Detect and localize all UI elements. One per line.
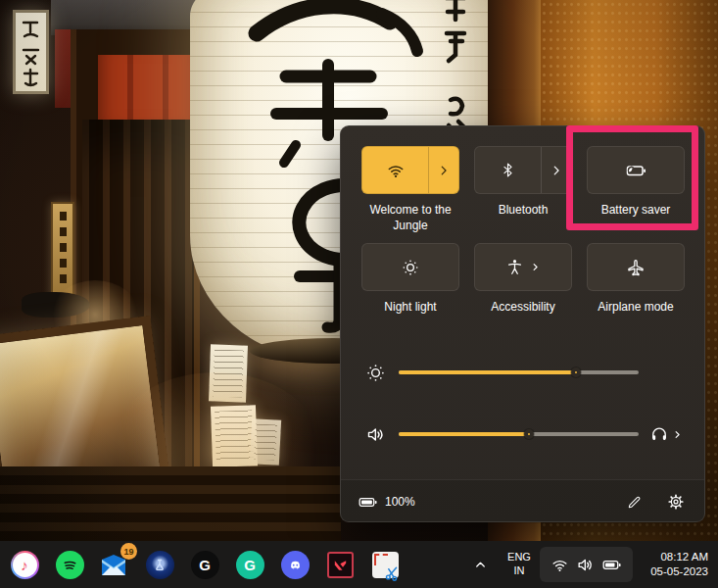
clock-date: 05-05-2023: [650, 564, 708, 579]
valorant-icon: [332, 557, 349, 573]
chevron-right-icon: [672, 429, 683, 440]
language-line2: IN: [514, 564, 525, 578]
mail-unread-badge: 19: [120, 543, 137, 560]
taskbar-app-grammarly[interactable]: G: [235, 550, 264, 579]
audio-output-button[interactable]: [649, 424, 687, 444]
taskbar-app-discord[interactable]: [280, 550, 310, 579]
airplane-mode-tile-label: Airplane mode: [598, 300, 673, 316]
brightness-icon: [365, 363, 386, 383]
chevron-right-icon: [530, 262, 541, 272]
wifi-toggle-button[interactable]: [361, 146, 459, 194]
volume-slider[interactable]: [399, 432, 639, 436]
brightness-slider-thumb[interactable]: [571, 368, 581, 377]
spotify-icon: [61, 556, 79, 574]
scissors-icon: [381, 561, 403, 582]
taskbar-app-mail[interactable]: 19: [100, 550, 129, 579]
language-line1: ENG: [507, 551, 531, 564]
grammarly-icon: G: [236, 551, 264, 579]
volume-slider-thumb[interactable]: [524, 429, 534, 439]
volume-icon: [365, 424, 386, 445]
wifi-tile: Welcome to the Jungle: [361, 146, 459, 243]
brightness-slider-row: [365, 353, 687, 392]
chevron-right-icon: [437, 164, 451, 177]
bluetooth-toggle-button[interactable]: [474, 146, 572, 194]
airplane-mode-tile: Airplane mode: [587, 243, 685, 340]
chevron-right-icon: [550, 164, 563, 177]
taskbar-app-logitech-g[interactable]: G: [190, 550, 219, 579]
battery-icon: [358, 492, 378, 513]
bluetooth-tile: Bluetooth: [474, 146, 572, 243]
wifi-expand-chevron[interactable]: [428, 147, 458, 193]
taskbar: ♪ 19: [0, 541, 718, 588]
taskbar-app-blue[interactable]: [145, 550, 174, 579]
chevron-up-icon: [473, 558, 488, 572]
edit-quick-settings-button[interactable]: [626, 494, 643, 511]
clock-time: 08:12 AM: [660, 550, 708, 564]
quick-settings-footer: 100%: [341, 479, 704, 523]
accessibility-tile-label: Accessibility: [491, 300, 554, 316]
highlight-annotation-box: [566, 125, 698, 230]
pencil-icon: [626, 494, 643, 511]
music-note-icon: ♪: [13, 553, 37, 577]
battery-percent-label: 100%: [385, 495, 415, 509]
bluetooth-tile-label: Bluetooth: [499, 203, 549, 219]
night-light-toggle-button[interactable]: [361, 243, 459, 291]
accessibility-icon: [505, 258, 524, 276]
taskbar-app-spotify[interactable]: [55, 550, 84, 579]
wifi-tile-label: Welcome to the Jungle: [361, 203, 459, 234]
accessibility-toggle-button[interactable]: [474, 243, 572, 291]
language-switcher[interactable]: ENG IN: [498, 541, 541, 588]
system-tray-button[interactable]: [540, 547, 633, 582]
wifi-icon: [550, 556, 569, 574]
headphones-icon: [649, 424, 669, 444]
brightness-slider[interactable]: [399, 370, 639, 374]
battery-icon: [601, 555, 622, 575]
wifi-icon: [386, 161, 406, 180]
taskbar-app-apple-music[interactable]: ♪: [10, 550, 39, 579]
night-light-icon: [401, 258, 420, 277]
clock-widget[interactable]: 08:12 AM 05-05-2023: [650, 541, 708, 588]
blue-app-icon: [155, 559, 165, 570]
night-light-tile: Night light: [361, 243, 459, 340]
volume-icon: [576, 556, 595, 574]
settings-button[interactable]: [667, 493, 685, 511]
volume-slider-row: [365, 415, 687, 454]
bluetooth-icon: [500, 162, 516, 178]
desktop-screen: Welcome to the Jungle Bluetooth: [0, 0, 718, 588]
accessibility-tile: Accessibility: [474, 243, 572, 340]
taskbar-overflow-button[interactable]: [468, 541, 492, 588]
logitech-g-icon: G: [191, 551, 219, 579]
discord-icon: [286, 556, 305, 574]
night-light-tile-label: Night light: [384, 300, 436, 316]
gear-icon: [667, 493, 685, 511]
airplane-mode-toggle-button[interactable]: [587, 243, 685, 291]
battery-status[interactable]: 100%: [358, 492, 415, 513]
airplane-icon: [626, 258, 646, 277]
taskbar-app-snipping-tool[interactable]: [370, 550, 400, 579]
taskbar-app-valorant[interactable]: [325, 550, 355, 579]
